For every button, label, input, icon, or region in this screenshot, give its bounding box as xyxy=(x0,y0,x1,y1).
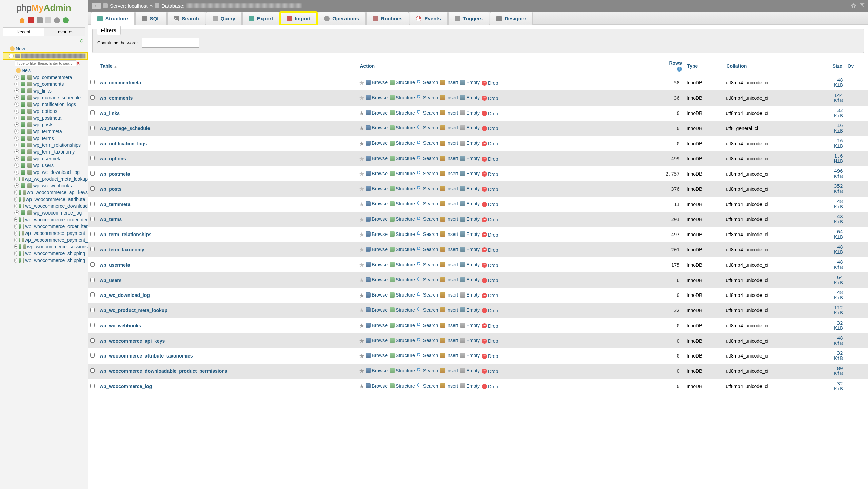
structure-link[interactable]: Structure xyxy=(390,292,415,298)
search-link[interactable]: Search xyxy=(417,140,438,146)
expand-icon[interactable]: + xyxy=(14,231,17,236)
expand-icon[interactable]: + xyxy=(14,224,17,229)
empty-link[interactable]: Empty xyxy=(460,353,480,358)
favorite-icon[interactable]: ★ xyxy=(359,157,364,162)
browse-link[interactable]: Browse xyxy=(366,368,388,373)
favorite-icon[interactable]: ★ xyxy=(359,96,364,101)
expand-icon[interactable]: + xyxy=(14,156,19,161)
expand-icon[interactable]: + xyxy=(14,238,17,242)
browse-link[interactable]: Browse xyxy=(366,156,388,161)
search-link[interactable]: Search xyxy=(417,383,438,389)
logout-icon[interactable] xyxy=(28,17,34,23)
expand-icon[interactable]: + xyxy=(14,116,19,120)
favorite-icon[interactable]: ★ xyxy=(359,278,364,283)
col-size[interactable]: Size xyxy=(815,57,845,75)
row-checkbox[interactable] xyxy=(90,338,95,343)
favorite-icon[interactable]: ★ xyxy=(359,171,364,177)
browse-link[interactable]: Browse xyxy=(366,140,388,146)
expand-icon[interactable]: + xyxy=(14,163,19,168)
table-name-link[interactable]: wp_terms xyxy=(100,217,122,222)
drop-link[interactable]: −Drop xyxy=(482,202,498,207)
col-overhead[interactable]: Ov xyxy=(845,57,868,75)
empty-link[interactable]: Empty xyxy=(460,307,480,313)
structure-link[interactable]: Structure xyxy=(390,262,415,267)
structure-link[interactable]: Structure xyxy=(390,125,415,130)
drop-link[interactable]: −Drop xyxy=(482,323,498,329)
browse-link[interactable]: Browse xyxy=(366,262,388,267)
empty-link[interactable]: Empty xyxy=(460,125,480,130)
tree-table-item[interactable]: +wp_postmeta xyxy=(3,115,88,121)
favorite-icon[interactable]: ★ xyxy=(359,81,364,86)
drop-link[interactable]: −Drop xyxy=(482,141,498,146)
browse-link[interactable]: Browse xyxy=(366,231,388,237)
drop-link[interactable]: −Drop xyxy=(482,96,498,101)
collapse-all-icon[interactable]: ⊖ xyxy=(0,37,88,44)
insert-link[interactable]: Insert xyxy=(440,231,458,237)
insert-link[interactable]: Insert xyxy=(440,156,458,161)
table-name-link[interactable]: wp_posts xyxy=(100,186,122,192)
empty-link[interactable]: Empty xyxy=(460,231,480,237)
row-checkbox[interactable] xyxy=(90,262,95,267)
drop-link[interactable]: −Drop xyxy=(482,293,498,298)
structure-link[interactable]: Structure xyxy=(390,383,415,389)
browse-link[interactable]: Browse xyxy=(366,201,388,206)
drop-link[interactable]: −Drop xyxy=(482,156,498,162)
drop-link[interactable]: −Drop xyxy=(482,338,498,344)
row-checkbox[interactable] xyxy=(90,156,95,160)
drop-link[interactable]: −Drop xyxy=(482,278,498,283)
table-name-link[interactable]: wp_links xyxy=(100,110,120,116)
structure-link[interactable]: Structure xyxy=(390,80,415,85)
tree-table-item[interactable]: +wp_term_taxonomy xyxy=(3,148,88,155)
empty-link[interactable]: Empty xyxy=(460,80,480,85)
empty-link[interactable]: Empty xyxy=(460,171,480,176)
drop-link[interactable]: −Drop xyxy=(482,111,498,116)
insert-link[interactable]: Insert xyxy=(440,383,458,389)
tree-table-item[interactable]: +wp_woocommerce_sessions xyxy=(3,243,88,250)
tree-table-item[interactable]: +wp_termmeta xyxy=(3,128,88,135)
col-table[interactable]: Table▲ xyxy=(98,57,357,75)
expand-icon[interactable]: + xyxy=(14,177,17,181)
row-checkbox[interactable] xyxy=(90,384,95,388)
clear-filter-icon[interactable]: X xyxy=(77,61,80,66)
favorite-icon[interactable]: ★ xyxy=(359,217,364,222)
search-link[interactable]: Search xyxy=(417,262,438,267)
expand-icon[interactable]: + xyxy=(14,129,19,134)
table-name-link[interactable]: wp_commentmeta xyxy=(100,80,141,85)
row-checkbox[interactable] xyxy=(90,186,95,191)
structure-link[interactable]: Structure xyxy=(390,247,415,252)
structure-link[interactable]: Structure xyxy=(390,353,415,358)
row-checkbox[interactable] xyxy=(90,292,95,297)
search-link[interactable]: Search xyxy=(417,323,438,328)
table-name-link[interactable]: wp_termmeta xyxy=(100,202,130,207)
tab-triggers[interactable]: Triggers xyxy=(448,12,489,25)
favorite-icon[interactable]: ★ xyxy=(359,263,364,268)
drop-link[interactable]: −Drop xyxy=(482,126,498,131)
insert-link[interactable]: Insert xyxy=(440,125,458,130)
drop-link[interactable]: −Drop xyxy=(482,80,498,86)
tab-query[interactable]: Query xyxy=(206,12,242,25)
structure-link[interactable]: Structure xyxy=(390,307,415,313)
favorite-icon[interactable]: ★ xyxy=(359,111,364,116)
empty-link[interactable]: Empty xyxy=(460,216,480,222)
table-name-link[interactable]: wp_postmeta xyxy=(100,171,130,177)
tree-table-item[interactable]: +wp_woocommerce_payment_ xyxy=(3,230,88,237)
expand-icon[interactable]: + xyxy=(14,95,19,100)
structure-link[interactable]: Structure xyxy=(390,171,415,176)
search-link[interactable]: Search xyxy=(417,231,438,237)
structure-link[interactable]: Structure xyxy=(390,216,415,222)
empty-link[interactable]: Empty xyxy=(460,156,480,161)
expand-icon[interactable]: + xyxy=(14,217,17,222)
expand-icon[interactable]: + xyxy=(14,210,19,215)
table-name-link[interactable]: wp_wc_download_log xyxy=(100,292,150,298)
favorite-icon[interactable]: ★ xyxy=(359,384,364,389)
table-name-link[interactable]: wp_woocommerce_api_keys xyxy=(100,338,165,344)
search-link[interactable]: Search xyxy=(417,125,438,130)
empty-link[interactable]: Empty xyxy=(460,323,480,328)
drop-link[interactable]: −Drop xyxy=(482,232,498,238)
row-checkbox[interactable] xyxy=(90,110,95,115)
row-checkbox[interactable] xyxy=(90,95,95,100)
tree-table-item[interactable]: +wp_woocommerce_shipping_ xyxy=(3,250,88,257)
favorite-icon[interactable]: ★ xyxy=(359,323,364,328)
expand-icon[interactable]: + xyxy=(14,170,19,175)
page-settings-icon[interactable]: ✿ xyxy=(851,2,856,9)
